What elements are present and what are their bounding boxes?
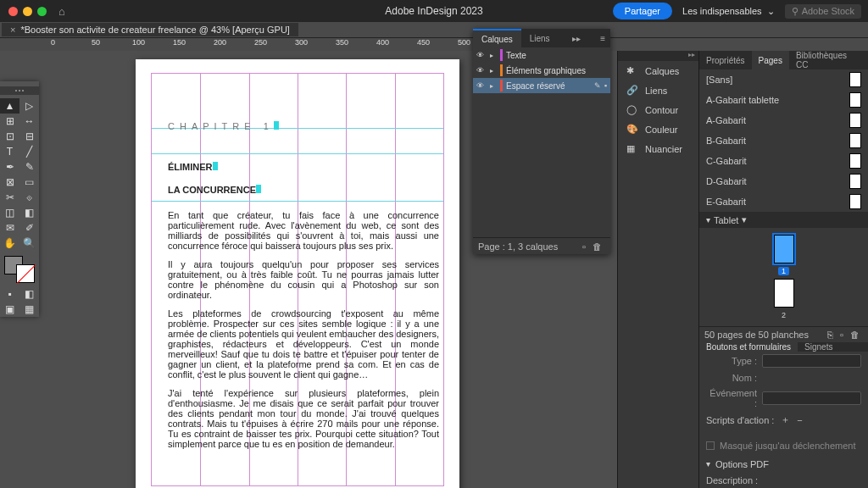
layer-row[interactable]: 👁▸Texte bbox=[473, 47, 610, 63]
chapter-label[interactable]: CHAPITRE 1 bbox=[168, 119, 279, 133]
close-window-icon[interactable] bbox=[8, 7, 18, 16]
adobe-stock-search[interactable]: ⚲ Adobe Stock bbox=[785, 4, 861, 19]
apply-gradient-icon[interactable]: ◧ bbox=[19, 286, 39, 302]
edit-page-icon[interactable]: ⎘ bbox=[827, 330, 833, 340]
apply-color-icon[interactable]: ▪ bbox=[0, 286, 19, 302]
layers-tab[interactable]: Calques bbox=[473, 29, 521, 47]
content-collector-tool[interactable]: ⊡ bbox=[0, 129, 19, 144]
delete-page-icon[interactable]: 🗑 bbox=[850, 330, 860, 340]
type-label: Type : bbox=[706, 356, 757, 366]
horizontal-ruler[interactable]: 050100150200250300350400450500550 bbox=[0, 37, 868, 51]
layer-row[interactable]: 👁▸Espace réservé✎▪ bbox=[473, 78, 610, 93]
dock-item-liens[interactable]: 🔗Liens bbox=[618, 80, 698, 100]
expand-icon[interactable]: ▸ bbox=[490, 82, 497, 90]
collapse-dock-icon[interactable]: ▸▸ bbox=[688, 51, 695, 61]
hand-tool[interactable]: ✋ bbox=[0, 236, 19, 251]
scissors-tool[interactable]: ✂ bbox=[0, 190, 19, 205]
eyedropper-tool[interactable]: ✐ bbox=[19, 220, 39, 236]
ruler-tick: 350 bbox=[336, 38, 348, 47]
delete-layer-icon[interactable]: 🗑 bbox=[593, 241, 602, 252]
master-page-row[interactable]: B-Gabarit bbox=[699, 130, 868, 151]
rectangle-tool[interactable]: ▭ bbox=[19, 175, 39, 190]
dock-label: Contour bbox=[645, 105, 678, 115]
expand-icon[interactable]: ▸ bbox=[490, 52, 497, 59]
document-tab[interactable]: × *Booster son activite de createur free… bbox=[2, 23, 298, 36]
page-thumbnail-2[interactable] bbox=[774, 279, 794, 308]
master-page-row[interactable]: [Sans] bbox=[699, 69, 868, 90]
rectangle-frame-tool[interactable]: ⊠ bbox=[0, 175, 19, 190]
type-tool[interactable]: T bbox=[0, 144, 19, 159]
pencil-tool[interactable]: ✎ bbox=[19, 159, 39, 175]
fill-stroke-swatch[interactable] bbox=[4, 256, 35, 283]
right-panels: Propriétés Pages Bibliothèques CC [Sans]… bbox=[698, 51, 868, 488]
type-select[interactable] bbox=[762, 354, 861, 368]
page-thumbnail-1[interactable] bbox=[774, 235, 794, 263]
dock-item-nuancier[interactable]: ▦Nuancier bbox=[618, 139, 698, 158]
master-page-row[interactable]: A-Gabarit bbox=[699, 110, 868, 130]
collapse-panel-icon[interactable]: ▸▸ bbox=[567, 34, 586, 43]
maximize-window-icon[interactable] bbox=[37, 7, 47, 16]
dock-item-contour[interactable]: ◯Contour bbox=[618, 100, 698, 119]
dock-label: Nuancier bbox=[645, 144, 682, 154]
view-mode-normal[interactable]: ▣ bbox=[0, 302, 19, 317]
page-size-dropdown[interactable]: ▾ Tablet ▾ bbox=[699, 212, 868, 228]
workspace-dropdown[interactable]: Les indispensables ⌄ bbox=[682, 6, 775, 17]
name-label: Nom : bbox=[706, 373, 757, 383]
tab-bookmarks[interactable]: Signets bbox=[798, 342, 839, 352]
tab-properties[interactable]: Propriétés bbox=[699, 51, 752, 69]
new-layer-icon[interactable]: ▫ bbox=[582, 241, 586, 252]
heading-text-frame[interactable]: ÉLIMINER LA CONCURRENCE bbox=[168, 154, 261, 200]
page-tool[interactable]: ⊞ bbox=[0, 114, 19, 129]
new-page-icon[interactable]: ▫ bbox=[840, 330, 843, 340]
add-action-icon[interactable]: ＋ bbox=[781, 413, 790, 426]
note-tool[interactable]: ✉ bbox=[0, 220, 19, 236]
event-label: Événement : bbox=[706, 388, 757, 408]
dock-item-couleur[interactable]: 🎨Couleur bbox=[618, 119, 698, 139]
visibility-icon[interactable]: 👁 bbox=[476, 51, 487, 59]
content-placer-tool[interactable]: ⊟ bbox=[19, 129, 39, 144]
line-tool[interactable]: ╱ bbox=[19, 144, 39, 159]
master-name: E-Gabarit bbox=[706, 197, 746, 207]
master-page-row[interactable]: C-Gabarit bbox=[699, 151, 868, 171]
event-select[interactable] bbox=[762, 391, 861, 405]
body-text-frame[interactable]: En tant que créateur, tu fais face à une… bbox=[168, 210, 439, 458]
tab-buttons-forms[interactable]: Boutons et formulaires bbox=[699, 342, 798, 352]
visibility-icon[interactable]: 👁 bbox=[476, 81, 487, 90]
free-transform-tool[interactable]: ⟐ bbox=[19, 190, 39, 205]
home-icon[interactable]: ⌂ bbox=[58, 5, 65, 18]
gradient-feather-tool[interactable]: ◧ bbox=[19, 205, 39, 220]
pages-footer-label: 50 pages de 50 planches bbox=[704, 330, 809, 340]
pen-tool[interactable]: ✒ bbox=[0, 159, 19, 175]
gradient-swatch-tool[interactable]: ◫ bbox=[0, 205, 19, 220]
remove-action-icon[interactable]: − bbox=[797, 415, 802, 425]
visibility-icon[interactable]: 👁 bbox=[476, 66, 487, 75]
page-number-1: 1 bbox=[778, 267, 789, 275]
dock-item-calques[interactable]: ✱Calques bbox=[618, 61, 698, 80]
zoom-tool[interactable]: 🔍 bbox=[19, 236, 39, 251]
master-page-row[interactable]: A-Gabarit tablette bbox=[699, 90, 868, 110]
gap-tool[interactable]: ↔ bbox=[19, 114, 39, 129]
close-tab-icon[interactable]: × bbox=[10, 25, 15, 35]
view-mode-preview[interactable]: ▦ bbox=[19, 302, 39, 317]
minimize-window-icon[interactable] bbox=[23, 7, 32, 16]
selection-tool[interactable]: ▲ bbox=[0, 98, 19, 114]
master-page-row[interactable]: E-Gabarit bbox=[699, 191, 868, 212]
pdf-options-section[interactable]: ▾ Options PDF bbox=[699, 456, 868, 473]
panel-menu-icon[interactable]: ≡ bbox=[595, 34, 610, 43]
master-page-row[interactable]: D-Gabarit bbox=[699, 171, 868, 191]
links-tab[interactable]: Liens bbox=[521, 29, 559, 47]
edit-layer-icon[interactable]: ✎ bbox=[594, 81, 601, 90]
layer-name: Éléments graphiques bbox=[506, 66, 607, 75]
dock-icon: 🔗 bbox=[626, 85, 638, 96]
search-icon: ⚲ bbox=[792, 6, 798, 17]
page-spread[interactable]: CHAPITRE 1 ÉLIMINER LA CONCURRENCE En ta… bbox=[136, 59, 459, 488]
expand-icon[interactable]: ▸ bbox=[490, 67, 497, 75]
share-button[interactable]: Partager bbox=[613, 3, 672, 19]
target-icon[interactable]: ▪ bbox=[604, 81, 607, 90]
tab-cc-libraries[interactable]: Bibliothèques CC bbox=[789, 51, 868, 69]
layers-footer-label: Page : 1, 3 calques bbox=[478, 241, 558, 252]
layer-row[interactable]: 👁▸Éléments graphiques bbox=[473, 63, 610, 78]
direct-selection-tool[interactable]: ▷ bbox=[19, 98, 39, 114]
hidden-checkbox[interactable] bbox=[706, 441, 715, 450]
tab-pages[interactable]: Pages bbox=[752, 51, 789, 69]
